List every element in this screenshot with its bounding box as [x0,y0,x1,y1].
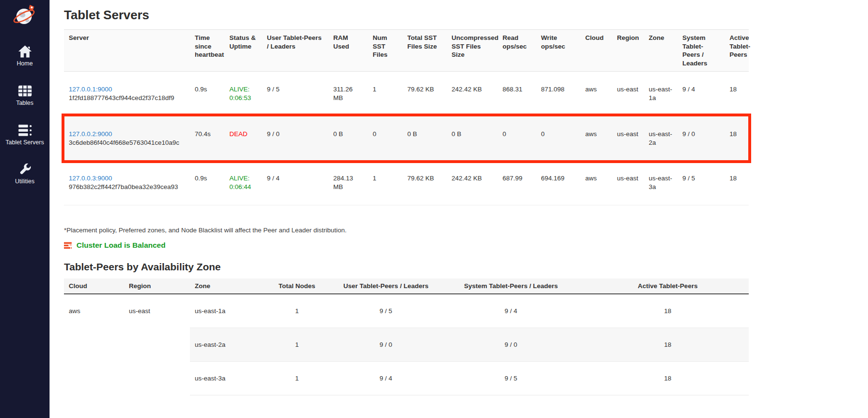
col-read-ops: Read ops/sec [498,30,536,72]
uptime-text: 0:06:44 [229,183,257,191]
cell-active-peers: 18 [725,72,749,116]
col-system-peers: System Tablet-Peers / Leaders [435,279,587,294]
load-balance-icon [64,242,72,249]
sidebar-item-home[interactable]: Home [0,44,50,67]
cell-active-peers: 18 [587,328,749,362]
col-sst-size: Total SST Files Size [403,30,447,72]
tablet-servers-table: Server Time since heartbeat Status & Upt… [64,29,749,205]
cell-cloud: aws [580,161,612,205]
wrench-icon [17,162,33,177]
cell-read-ops: 868.31 [498,72,536,116]
server-address-link[interactable]: 127.0.0.3:9000 [69,175,112,182]
sidebar: Home Tables Tablet Servers [0,0,50,418]
cell-system-peers: 9 / 5 [678,161,725,205]
cell-active-peers: 18 [587,362,749,395]
cell-zone: us-east-1a [190,294,257,328]
cell-uncompressed: 242.42 KB [447,161,498,205]
col-active-peers: Active Tablet-Peers [587,279,749,294]
cell-user-peers: 9 / 5 [262,72,328,116]
server-address-link[interactable]: 127.0.0.2:9000 [69,130,112,138]
cell-read-ops: 687.99 [498,161,536,205]
server-row-dead-highlighted: 127.0.0.2:9000 3c6deb86f40c4f668e5763041… [64,116,749,161]
az-table: Cloud Region Zone Total Nodes User Table… [64,279,749,395]
cell-zone: us-east-3a [644,161,678,205]
col-cloud: Cloud [64,279,124,294]
cell-region: us-east [612,161,644,205]
col-user-peers: User Tablet-Peers / Leaders [337,279,435,294]
cell-ram: 311.26 MB [328,72,368,116]
cell-sst-size: 0 B [403,116,447,161]
servers-table-header-row: Server Time since heartbeat Status & Upt… [64,30,749,72]
cell-status: ALIVE: 0:06:53 [225,72,262,116]
uptime-text: 0:06:53 [229,94,257,102]
cell-cloud: aws [580,116,612,161]
cell-user-peers: 9 / 4 [262,161,328,205]
app-logo[interactable] [12,3,38,28]
col-write-ops: Write ops/sec [536,30,580,72]
cell-uncompressed: 242.42 KB [447,72,498,116]
cell-user-peers: 9 / 4 [337,362,435,395]
az-section-title: Tablet-Peers by Availability Zone [64,261,868,273]
cell-total-nodes: 1 [257,294,337,328]
sidebar-item-tables[interactable]: Tables [0,84,50,107]
cell-region: us-east [612,116,644,161]
cell-region: us-east [612,72,644,116]
col-uncompressed: Uncompressed SST Files Size [447,30,498,72]
col-region: Region [612,30,644,72]
cluster-balance-status: Cluster Load is Balanced [64,241,868,250]
cell-user-peers: 9 / 5 [337,294,435,328]
sidebar-item-utilities[interactable]: Utilities [0,162,50,185]
cell-zone: us-east-2a [190,328,257,362]
cell-read-ops: 0 [498,116,536,161]
main-content: Tablet Servers Server Time since heartbe… [50,0,868,395]
col-num-sst: Num SST Files [368,30,403,72]
cell-write-ops: 0 [536,116,580,161]
cell-user-peers: 9 / 0 [262,116,328,161]
server-row: 127.0.0.1:9000 1f2fd188777643cf944ced2f3… [64,72,749,116]
cell-server: 127.0.0.1:9000 1f2fd188777643cf944ced2f3… [64,72,190,116]
cell-system-peers: 9 / 5 [435,362,587,395]
cell-total-nodes: 1 [257,362,337,395]
status-text: DEAD [229,130,257,139]
col-ram: RAM Used [328,30,368,72]
sidebar-item-tablet-servers[interactable]: Tablet Servers [0,123,50,146]
server-uuid: 3c6deb86f40c4f668e5763041ce10a9c [69,139,185,147]
col-zone: Zone [644,30,678,72]
yugabyte-logo-icon [12,3,38,28]
cell-active-peers: 18 [725,116,749,161]
col-system-peers: System Tablet-Peers / Leaders [678,30,725,72]
col-status: Status & Uptime [225,30,262,72]
cell-total-nodes: 1 [257,328,337,362]
placement-footnote: *Placement policy, Preferred zones, and … [64,227,868,234]
col-total-nodes: Total Nodes [257,279,337,294]
col-zone: Zone [190,279,257,294]
col-server: Server [64,30,190,72]
cell-zone: us-east-1a [644,72,678,116]
cell-server: 127.0.0.3:9000 976b382c2ff442f7ba0bea32e… [64,161,190,205]
server-row: 127.0.0.3:9000 976b382c2ff442f7ba0bea32e… [64,161,749,205]
sidebar-item-label: Utilities [15,178,34,185]
sidebar-item-label: Tablet Servers [6,139,44,146]
cell-region: us-east [124,294,190,395]
col-region: Region [124,279,190,294]
tables-icon [17,84,33,98]
cell-user-peers: 9 / 0 [337,328,435,362]
cell-status: DEAD [225,116,262,161]
server-address-link[interactable]: 127.0.0.1:9000 [69,86,112,93]
cell-system-peers: 9 / 0 [435,328,587,362]
cell-active-peers: 18 [725,161,749,205]
col-active-peers: Active Tablet-Peers [725,30,749,72]
cell-write-ops: 871.098 [536,72,580,116]
cell-num-sst: 1 [368,72,403,116]
az-row: aws us-east us-east-1a 1 9 / 5 9 / 4 18 [64,294,749,328]
az-table-header-row: Cloud Region Zone Total Nodes User Table… [64,279,749,294]
cell-cloud: aws [580,72,612,116]
cell-num-sst: 1 [368,161,403,205]
cell-status: ALIVE: 0:06:44 [225,161,262,205]
cell-heartbeat: 0.9s [190,72,225,116]
col-heartbeat: Time since heartbeat [190,30,225,72]
balance-status-text: Cluster Load is Balanced [76,241,165,250]
cell-write-ops: 694.169 [536,161,580,205]
home-icon [17,44,33,59]
cell-sst-size: 79.62 KB [403,72,447,116]
